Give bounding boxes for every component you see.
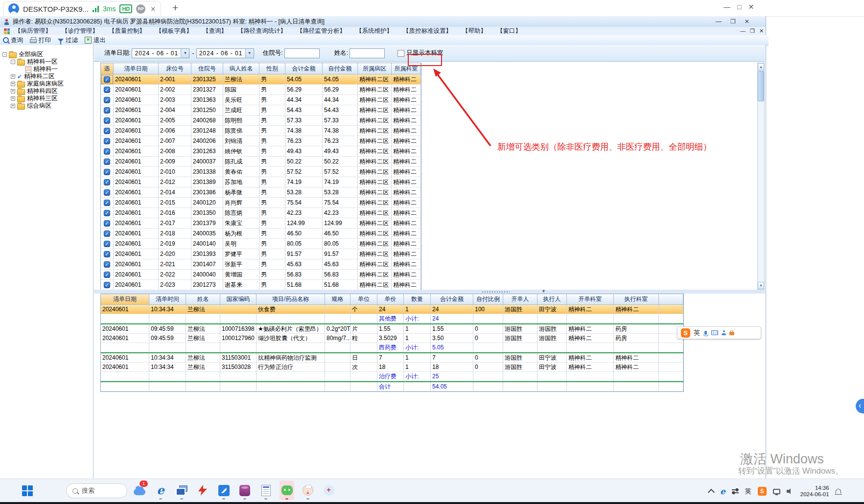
toolbox-icon[interactable]: [729, 332, 734, 335]
language-mode-label[interactable]: 英: [694, 328, 700, 337]
tree-item-家庭病床病区[interactable]: +家庭病床病区: [0, 80, 93, 88]
mdi-minimize-button[interactable]: —: [740, 28, 746, 34]
tree-expander-icon[interactable]: +: [11, 104, 15, 108]
column-header-清单日期[interactable]: 清单日期: [114, 63, 159, 74]
table-row[interactable]: ✓202406012-0182400035杨为根男46.5046.50精神科二区…: [101, 229, 421, 239]
tray-expand-icon[interactable]: [708, 489, 715, 496]
column-header-选[interactable]: 选: [101, 63, 114, 74]
checkbox-checked-icon[interactable]: ✓: [104, 87, 110, 93]
taskbar-app-nurse-icon[interactable]: [301, 481, 315, 500]
menu-item[interactable]: 【路径监管分析】: [297, 27, 346, 35]
ie-tray-icon[interactable]: e: [720, 486, 725, 496]
table-row[interactable]: ✓202406012-0092400037陈孔成男50.2250.22精神科二区…: [101, 157, 421, 167]
column-header-清单时间[interactable]: 清单时间: [149, 294, 186, 305]
patient-no-input[interactable]: [284, 48, 320, 58]
menu-item[interactable]: 【病历管理】: [15, 27, 51, 35]
column-header-执行人[interactable]: 执行人: [537, 294, 567, 305]
column-header-数量[interactable]: 数量: [404, 294, 431, 305]
subtotal-row[interactable]: 其他费小计:24: [101, 314, 683, 323]
sogou-tray-icon[interactable]: S: [758, 487, 767, 496]
table-row[interactable]: ✓202406012-0032301363吴乐旺男44.3444.34精神科二区…: [101, 95, 421, 105]
row-checkbox-cell[interactable]: ✓: [101, 177, 114, 187]
tree-expander-icon[interactable]: +: [11, 96, 15, 101]
toolbar-button-退出[interactable]: ✕退出: [85, 36, 106, 45]
toolbar-button-过滤[interactable]: 过滤: [58, 36, 78, 45]
taskbar-app-medical-icon[interactable]: [322, 481, 336, 500]
mdi-restore-button[interactable]: ❐: [750, 28, 755, 34]
scroll-down-icon[interactable]: ▼: [758, 282, 764, 289]
tree-item-全部病区[interactable]: -全部病区: [0, 51, 93, 58]
taskbar-app-screens-icon[interactable]: [174, 481, 189, 500]
table-row[interactable]: ✓202406012-0162301350陈言炳男42.2342.23精神科二区…: [101, 208, 421, 218]
detail-item-row[interactable]: 2024060109:45:59兰柳法1000716398★氨磺必利片（索里昂）…: [101, 323, 683, 334]
column-header-单价[interactable]: 单价: [377, 294, 404, 305]
close-tab-icon[interactable]: ✕: [150, 5, 156, 13]
network-monitor-icon[interactable]: [773, 489, 780, 494]
detail-item-row[interactable]: 2024060110:34:34兰柳法311503001抗精神病药物治疗监测日7…: [101, 352, 683, 363]
checkbox-checked-icon[interactable]: ✓: [104, 128, 110, 134]
column-header-合计金额[interactable]: 合计金额: [431, 294, 473, 305]
app-close-button[interactable]: ✕: [745, 18, 749, 25]
close-button[interactable]: ✕: [748, 3, 754, 11]
row-checkbox-cell[interactable]: ✓: [101, 74, 114, 85]
scrollbar-thumb[interactable]: [758, 71, 764, 101]
tree-expander-icon[interactable]: +: [11, 89, 15, 93]
total-row[interactable]: 合计54.05: [101, 381, 683, 391]
date-to-combo[interactable]: 2024 - 06 - 01 ▼: [196, 48, 254, 58]
start-button[interactable]: [22, 485, 33, 496]
scroll-up-icon[interactable]: ▲: [758, 63, 764, 70]
row-checkbox-cell[interactable]: ✓: [101, 239, 114, 249]
new-tab-button[interactable]: +: [172, 2, 178, 14]
splitter[interactable]: [94, 290, 765, 294]
settings-sliders-icon[interactable]: [732, 488, 739, 494]
app-minimize-button[interactable]: —: [716, 18, 722, 25]
menu-item[interactable]: 【窗口】: [497, 27, 521, 35]
taskbar-app-database-icon[interactable]: [237, 481, 252, 500]
mic-icon[interactable]: [704, 331, 707, 335]
checkbox-checked-icon[interactable]: ✓: [104, 138, 110, 144]
checkbox-checked-icon[interactable]: ✓: [104, 189, 110, 196]
person-icon[interactable]: [722, 330, 726, 335]
table-row[interactable]: ✓202406012-0102301338黄春佑男57.5257.52精神科二区…: [101, 167, 421, 177]
tree-item-精神科二区[interactable]: +✔精神科二区: [0, 73, 93, 80]
checkbox-checked-icon[interactable]: ✓: [104, 272, 110, 278]
date-from-combo[interactable]: 2024 - 06 - 01 ▼: [132, 48, 189, 58]
row-checkbox-cell[interactable]: ✓: [101, 270, 114, 280]
hd-badge[interactable]: HD: [119, 4, 132, 13]
menu-item[interactable]: 【系统维护】: [356, 27, 393, 35]
checkbox-checked-icon[interactable]: ✓: [104, 179, 110, 185]
column-header-清单日期[interactable]: 清单日期: [101, 294, 149, 305]
table-row[interactable]: ✓202406012-0012301325兰柳法男54.0554.05精神科二区…: [101, 74, 421, 85]
checkbox-checked-icon[interactable]: ✓: [104, 169, 110, 175]
table-row[interactable]: ✓202406012-0062301248陈贯俤男74.3874.38精神科二区…: [101, 126, 421, 136]
row-checkbox-cell[interactable]: ✓: [101, 95, 114, 105]
table-row[interactable]: ✓202406012-0172301379朱康宝男124.99124.99精神科…: [101, 218, 421, 229]
taskbar-app-ie-icon[interactable]: e: [153, 481, 168, 500]
menu-item[interactable]: 【帮助】: [462, 27, 487, 35]
table-row[interactable]: ✓202406012-0192400140吴明男80.0580.05精神科二区精…: [101, 239, 421, 249]
tree-expander-icon[interactable]: -: [2, 52, 7, 57]
taskbar-app-wechat-icon[interactable]: [280, 481, 294, 500]
row-checkbox-cell[interactable]: ✓: [101, 229, 114, 239]
column-header-所属病区[interactable]: 所属病区: [358, 63, 392, 74]
name-input[interactable]: [350, 48, 385, 58]
subtotal-row[interactable]: 西药费小计:5.05: [101, 343, 683, 352]
detail-item-row[interactable]: 2024060110:34:34兰柳法311503028行为矫正治疗次18118…: [101, 363, 683, 372]
menu-item[interactable]: 【查询】: [203, 27, 227, 35]
checkbox-checked-icon[interactable]: ✓: [104, 159, 110, 165]
row-checkbox-cell[interactable]: ✓: [101, 218, 114, 229]
checkbox-checked-icon[interactable]: ✓: [104, 282, 110, 288]
column-header-项目/药品名称[interactable]: 项目/药品名称: [257, 294, 325, 305]
taskbar-app-notes-icon[interactable]: [258, 481, 273, 500]
row-checkbox-cell[interactable]: ✓: [101, 136, 114, 146]
notifications-bell-icon[interactable]: [836, 489, 841, 494]
checkbox-checked-icon[interactable]: ✓: [104, 107, 110, 114]
column-header-开单科室[interactable]: 开单科室: [567, 294, 614, 305]
row-checkbox-cell[interactable]: ✓: [101, 157, 114, 167]
checkbox-checked-icon[interactable]: ✓: [104, 97, 110, 103]
detail-item-row[interactable]: 2024060110:34:34兰柳法伙食费个24124100游国胜田宁波精神科…: [101, 305, 683, 314]
checkbox-checked-icon[interactable]: ✓: [104, 251, 110, 257]
table-row[interactable]: ✓202406012-0212301407张新平男45.6345.63精神科二区…: [101, 259, 421, 270]
column-header-国家编码[interactable]: 国家编码: [220, 294, 257, 305]
edge-float-button[interactable]: ‹: [856, 399, 864, 413]
